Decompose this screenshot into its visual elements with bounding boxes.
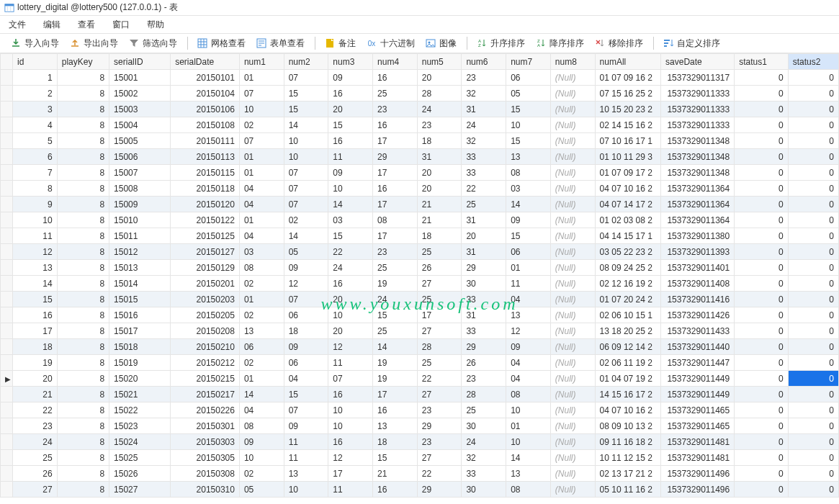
cell-status2[interactable]: 0: [788, 307, 838, 323]
cell-serialDate[interactable]: 20150104: [171, 86, 240, 102]
cell-num6[interactable]: 24: [462, 434, 506, 450]
column-header-num2[interactable]: num2: [284, 54, 328, 70]
cell-num7[interactable]: 14: [506, 197, 551, 212]
table-row[interactable]: 188150182015021006091214282909(Null)06 0…: [1, 339, 839, 355]
row-gutter[interactable]: [1, 260, 13, 276]
cell-serialDate[interactable]: 20150226: [171, 402, 240, 418]
cell-num6[interactable]: 29: [462, 260, 506, 276]
cell-playKey[interactable]: 8: [57, 70, 109, 86]
cell-serialID[interactable]: 15002: [109, 86, 171, 102]
cell-playKey[interactable]: 8: [57, 371, 109, 387]
cell-id[interactable]: 23: [13, 418, 58, 434]
cell-serialDate[interactable]: 20150122: [171, 212, 240, 228]
cell-num8[interactable]: (Null): [550, 466, 595, 482]
cell-serialDate[interactable]: 20150301: [171, 418, 240, 434]
cell-num6[interactable]: 23: [462, 371, 506, 387]
cell-status2[interactable]: 0: [788, 276, 838, 292]
cell-numAll[interactable]: 04 07 10 16 2: [595, 402, 661, 418]
cell-numAll[interactable]: 02 13 17 21 2: [595, 466, 661, 482]
cell-id[interactable]: 7: [13, 165, 58, 181]
cell-status1[interactable]: 0: [735, 292, 788, 307]
cell-numAll[interactable]: 01 04 07 19 2: [595, 371, 661, 387]
row-gutter[interactable]: [1, 244, 13, 260]
cell-numAll[interactable]: 01 10 11 29 3: [595, 149, 661, 165]
cell-id[interactable]: 9: [13, 197, 58, 212]
cell-num5[interactable]: 20: [417, 181, 462, 197]
cell-num5[interactable]: 17: [417, 307, 462, 323]
column-header-serialDate[interactable]: serialDate: [171, 54, 240, 70]
cell-status1[interactable]: 0: [735, 165, 788, 181]
cell-num4[interactable]: 15: [373, 307, 418, 323]
cell-saveDate[interactable]: 1537329011408: [661, 276, 735, 292]
cell-serialDate[interactable]: 20150205: [171, 307, 240, 323]
table-row[interactable]: 268150262015030802131721223313(Null)02 1…: [1, 466, 839, 482]
cell-saveDate[interactable]: 1537329011449: [661, 371, 735, 387]
cell-num3[interactable]: 16: [328, 434, 373, 450]
cell-num4[interactable]: 17: [373, 165, 418, 181]
cell-playKey[interactable]: 8: [57, 260, 109, 276]
table-row[interactable]: 18150012015010101070916202306(Null)01 07…: [1, 70, 839, 86]
cell-num6[interactable]: 22: [462, 181, 506, 197]
cell-status2[interactable]: 0: [788, 355, 838, 371]
cell-num8[interactable]: (Null): [550, 212, 595, 228]
cell-saveDate[interactable]: 1537329011348: [661, 133, 735, 149]
row-gutter[interactable]: [1, 181, 13, 197]
cell-num4[interactable]: 25: [373, 260, 418, 276]
cell-num5[interactable]: 26: [417, 260, 462, 276]
cell-status1[interactable]: 0: [735, 117, 788, 133]
cell-playKey[interactable]: 8: [57, 86, 109, 102]
cell-serialID[interactable]: 15021: [109, 387, 171, 402]
cell-id[interactable]: 27: [13, 482, 58, 498]
cell-num4[interactable]: 24: [373, 292, 418, 307]
cell-num2[interactable]: 15: [284, 102, 328, 117]
row-gutter[interactable]: ▶: [1, 371, 13, 387]
cell-numAll[interactable]: 02 06 10 15 1: [595, 307, 661, 323]
cell-num1[interactable]: 05: [239, 482, 284, 498]
cell-num2[interactable]: 09: [284, 418, 328, 434]
cell-num5[interactable]: 18: [417, 228, 462, 244]
row-gutter[interactable]: [1, 133, 13, 149]
cell-num8[interactable]: (Null): [550, 450, 595, 466]
cell-num6[interactable]: 33: [462, 165, 506, 181]
cell-playKey[interactable]: 8: [57, 418, 109, 434]
cell-saveDate[interactable]: 1537329011416: [661, 292, 735, 307]
cell-num3[interactable]: 10: [328, 181, 373, 197]
cell-num3[interactable]: 14: [328, 197, 373, 212]
table-row[interactable]: 108150102015012201020308213109(Null)01 0…: [1, 212, 839, 228]
cell-num4[interactable]: 17: [373, 228, 418, 244]
cell-num1[interactable]: 02: [239, 276, 284, 292]
cell-status2[interactable]: 0: [788, 418, 838, 434]
column-header-status2[interactable]: status2: [788, 54, 838, 70]
cell-num7[interactable]: 13: [506, 307, 551, 323]
cell-id[interactable]: 26: [13, 466, 58, 482]
cell-numAll[interactable]: 06 09 12 14 2: [595, 339, 661, 355]
cell-num7[interactable]: 10: [506, 117, 551, 133]
cell-num4[interactable]: 08: [373, 212, 418, 228]
cell-num7[interactable]: 15: [506, 228, 551, 244]
grid-container[interactable]: www.youxunsoft.com idplayKeyserialIDseri…: [0, 53, 839, 504]
cell-num2[interactable]: 10: [284, 149, 328, 165]
cell-saveDate[interactable]: 1537329011333: [661, 102, 735, 117]
cell-status1[interactable]: 0: [735, 307, 788, 323]
cell-num5[interactable]: 24: [417, 102, 462, 117]
table-row[interactable]: 128150122015012703052223253106(Null)03 0…: [1, 244, 839, 260]
cell-status1[interactable]: 0: [735, 228, 788, 244]
cell-num3[interactable]: 09: [328, 70, 373, 86]
cell-saveDate[interactable]: 1537329011496: [661, 466, 735, 482]
cell-num5[interactable]: 18: [417, 133, 462, 149]
cell-num5[interactable]: 27: [417, 276, 462, 292]
cell-num5[interactable]: 29: [417, 418, 462, 434]
cell-num4[interactable]: 23: [373, 244, 418, 260]
cell-num5[interactable]: 31: [417, 149, 462, 165]
cell-serialDate[interactable]: 20150310: [171, 482, 240, 498]
column-header-playKey[interactable]: playKey: [57, 54, 109, 70]
cell-playKey[interactable]: 8: [57, 292, 109, 307]
cell-num3[interactable]: 16: [328, 276, 373, 292]
cell-status2[interactable]: 0: [788, 86, 838, 102]
cell-serialDate[interactable]: 20150212: [171, 355, 240, 371]
data-grid[interactable]: idplayKeyserialIDserialDatenum1num2num3n…: [0, 53, 839, 498]
table-row[interactable]: 228150222015022604071016232510(Null)04 0…: [1, 402, 839, 418]
cell-saveDate[interactable]: 1537329011333: [661, 86, 735, 102]
cell-num5[interactable]: 27: [417, 450, 462, 466]
cell-num7[interactable]: 11: [506, 276, 551, 292]
